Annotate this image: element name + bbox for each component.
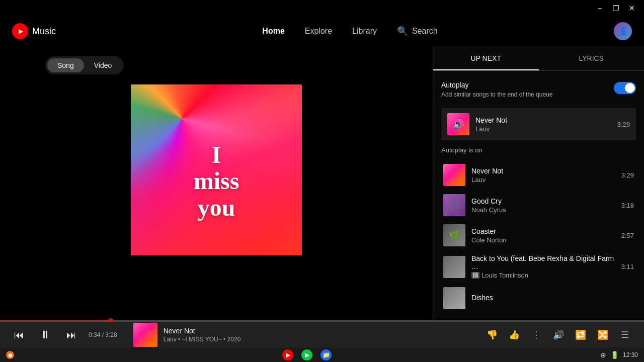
track-thumbnail — [443, 164, 465, 186]
track-artist: Noah Cyrus — [471, 206, 615, 214]
song-toggle-button[interactable]: Song — [47, 58, 84, 72]
current-track-thumbnail: 🔊 — [447, 113, 469, 135]
navigation: Home Explore Library 🔍 Search — [86, 26, 614, 37]
list-item[interactable]: Never Not Lauv 3:29 — [441, 160, 636, 190]
nav-library[interactable]: Library — [352, 27, 377, 36]
player-bar: ⏮ ⏸ ⏭ 0:34 / 3:28 Never Not Lauv • ~I MI… — [0, 322, 644, 348]
track-name: Good Cry — [471, 197, 615, 205]
track-info: Never Not Lauv — [471, 167, 615, 184]
logo[interactable]: Music — [12, 23, 56, 39]
toggle-knob — [625, 83, 635, 93]
user-avatar[interactable]: 👤 — [614, 22, 632, 40]
track-info: Coaster Cole Norton — [471, 227, 615, 244]
minimize-button[interactable]: − — [592, 0, 608, 16]
now-playing-thumbnail — [133, 323, 157, 347]
list-item[interactable]: 🎵 Good Cry Noah Cyrus 3:18 — [441, 190, 636, 220]
queue-panel: UP NEXT LYRICS Autoplay Add similar song… — [433, 46, 644, 322]
queue-tabs: UP NEXT LYRICS — [433, 46, 644, 71]
track-duration: 3:11 — [621, 263, 634, 270]
taskbar-center: ▶ ▶ 📁 — [18, 349, 596, 360]
track-name: Dishes — [471, 294, 628, 302]
autoplay-on-label: Autoplay is on — [441, 146, 636, 154]
main-content: Song Video Imissyou UP NEXT LYRICS Autop… — [0, 46, 644, 322]
pause-button[interactable]: ⏸ — [36, 326, 54, 344]
now-playing-text: Never Not Lauv • ~I MISS YOU~ • 2020 — [164, 327, 241, 343]
album-art: Imissyou — [131, 84, 302, 255]
autoplay-description: Add similar songs to the end of the queu… — [441, 91, 552, 98]
nav-search[interactable]: 🔍 Search — [397, 26, 438, 37]
track-thumbnail — [443, 256, 465, 278]
maximize-button[interactable]: ❐ — [608, 0, 624, 16]
track-artist: Cole Norton — [471, 236, 615, 244]
close-button[interactable]: ✕ — [624, 0, 640, 16]
list-item[interactable]: Dishes — [441, 283, 636, 313]
track-duration: 2:57 — [621, 232, 634, 239]
track-thumbnail: 🌿 — [443, 224, 465, 246]
song-video-toggle: Song Video — [45, 56, 124, 74]
queue-content: Autoplay Add similar songs to the end of… — [433, 71, 644, 322]
repeat-button[interactable]: 🔁 — [572, 326, 590, 344]
taskbar-dot: ⬤ — [6, 351, 14, 359]
album-art-text: Imissyou — [194, 142, 239, 221]
tab-lyrics[interactable]: LYRICS — [539, 46, 645, 70]
previous-button[interactable]: ⏮ — [10, 326, 28, 344]
track-info: Good Cry Noah Cyrus — [471, 197, 615, 214]
like-button[interactable]: 👍 — [505, 326, 523, 344]
player-actions: 👎 👍 ⋮ 🔊 🔁 🔀 ☰ — [483, 326, 634, 344]
dislike-button[interactable]: 👎 — [483, 326, 501, 344]
shuffle-button[interactable]: 🔀 — [594, 326, 612, 344]
track-duration: 3:29 — [621, 171, 634, 179]
player-panel: Song Video Imissyou — [0, 46, 433, 322]
autoplay-label: Autoplay — [441, 81, 552, 89]
autoplay-row: Autoplay Add similar songs to the end of… — [441, 79, 636, 100]
battery-icon: 🔋 — [610, 351, 619, 359]
title-bar: − ❐ ✕ — [0, 0, 644, 16]
nav-explore[interactable]: Explore — [305, 27, 332, 36]
queue-current-track[interactable]: 🔊 Never Not Lauv 3:29 — [441, 108, 636, 140]
autoplay-info: Autoplay Add similar songs to the end of… — [441, 81, 552, 98]
current-track-name: Never Not — [475, 116, 611, 124]
track-name: Back to You (feat. Bebe Rexha & Digital … — [471, 254, 615, 270]
list-item[interactable]: Back to You (feat. Bebe Rexha & Digital … — [441, 250, 636, 283]
track-name: Coaster — [471, 227, 615, 235]
track-info: Dishes — [471, 294, 628, 303]
volume-button[interactable]: 🔊 — [549, 326, 568, 344]
list-item[interactable]: 🌿 Coaster Cole Norton 2:57 — [441, 220, 636, 250]
header: Music Home Explore Library 🔍 Search 👤 — [0, 16, 644, 46]
youtube-music-logo-icon — [12, 23, 28, 39]
now-playing-info: Never Not Lauv • ~I MISS YOU~ • 2020 — [133, 323, 475, 347]
wifi-icon: ⊕ — [600, 351, 606, 359]
more-options-button[interactable]: ⋮ — [527, 326, 545, 344]
track-info: Back to You (feat. Bebe Rexha & Digital … — [471, 254, 615, 279]
queue-button[interactable]: ☰ — [616, 326, 634, 344]
files-taskbar-icon[interactable]: 📁 — [320, 349, 332, 360]
play-taskbar-icon[interactable]: ▶ — [301, 349, 312, 360]
video-toggle-button[interactable]: Video — [84, 58, 122, 72]
taskbar-left: ⬤ — [6, 351, 14, 359]
next-button[interactable]: ⏭ — [62, 326, 80, 344]
taskbar-right: ⊕ 🔋 12:30 — [600, 351, 638, 359]
taskbar: ⬤ ▶ ▶ 📁 ⊕ 🔋 12:30 — [0, 348, 644, 362]
track-artist: Lauv — [471, 176, 615, 184]
sound-icon: 🔊 — [453, 119, 464, 130]
track-artist: 🅴 Louis Tomlinson — [471, 272, 615, 279]
search-label: Search — [412, 27, 438, 36]
tab-up-next[interactable]: UP NEXT — [433, 46, 539, 70]
playback-controls: ⏮ ⏸ ⏭ 0:34 / 3:28 — [10, 326, 117, 344]
time-display: 0:34 / 3:28 — [89, 331, 117, 338]
search-icon: 🔍 — [397, 26, 408, 37]
current-track-duration: 3:29 — [617, 121, 630, 128]
logo-text: Music — [32, 26, 56, 37]
track-name: Never Not — [471, 167, 615, 175]
system-time: 12:30 — [623, 351, 638, 358]
track-thumbnail: 🎵 — [443, 194, 465, 216]
nav-home[interactable]: Home — [262, 27, 284, 36]
autoplay-toggle[interactable] — [614, 82, 636, 94]
current-track-artist: Lauv — [475, 125, 611, 133]
now-playing-subtitle: Lauv • ~I MISS YOU~ • 2020 — [164, 336, 241, 343]
album-art-container: Imissyou — [131, 84, 302, 255]
now-playing-title: Never Not — [164, 327, 241, 335]
youtube-music-taskbar-icon[interactable]: ▶ — [282, 349, 293, 360]
current-track-info: Never Not Lauv — [475, 116, 611, 133]
track-duration: 3:18 — [621, 202, 634, 209]
